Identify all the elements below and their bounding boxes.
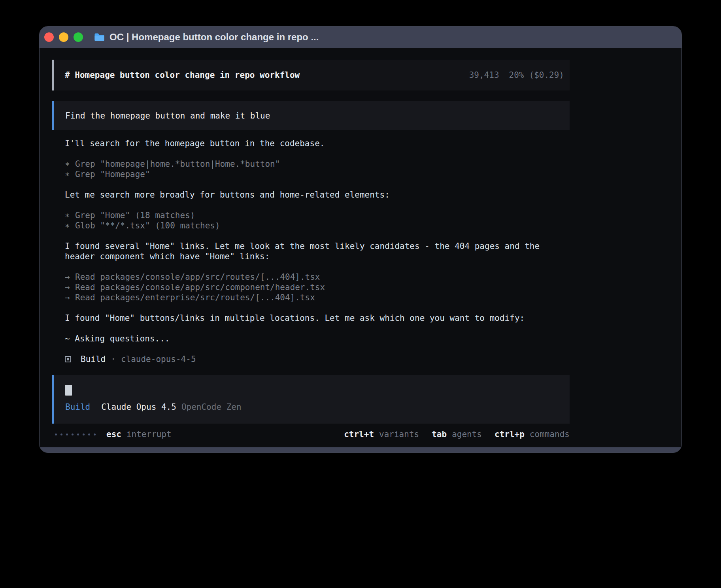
provider-label: OpenCode Zen — [181, 402, 242, 412]
tool-bullet-icon: ∗ — [65, 169, 75, 179]
tool-call-group: →Read packages/console/app/src/routes/[.… — [65, 272, 570, 303]
agents-label: agents — [452, 429, 482, 439]
tool-call-text: Read packages/console/app/src/routes/[..… — [75, 272, 320, 282]
progress-dots — [55, 433, 96, 435]
model-label[interactable]: Claude Opus 4.5 — [101, 402, 176, 412]
tool-call-group: ∗Grep "homepage|home.*button|Home.*butto… — [65, 159, 570, 179]
read-tool-call: →Read packages/enterprise/src/routes/[..… — [65, 292, 570, 303]
tool-call-text: Grep "homepage|home.*button|Home.*button… — [75, 159, 280, 169]
text-cursor — [65, 385, 72, 396]
user-message: Find the homepage button and make it blu… — [52, 101, 570, 130]
spinner-dot — [83, 433, 85, 435]
tool-bullet-icon: ∗ — [65, 210, 75, 220]
spinner-dot — [72, 433, 74, 435]
assistant-response: I'll search for the homepage button in t… — [52, 138, 570, 364]
hint-agents: tab agents — [432, 429, 482, 439]
window-titlebar[interactable]: OC | Homepage button color change in rep… — [40, 26, 681, 48]
assistant-paragraph: I found several "Home" links. Let me loo… — [65, 241, 570, 262]
read-tool-call: →Read packages/console/app/src/component… — [65, 282, 570, 292]
agent-name: Build — [81, 354, 106, 364]
terminal-content: # Homepage button color change in repo w… — [52, 48, 570, 439]
zoom-button[interactable] — [74, 32, 83, 42]
commands-label: commands — [530, 429, 570, 439]
ctrl-t-key[interactable]: ctrl+t — [344, 429, 374, 439]
hint-commands: ctrl+p commands — [495, 429, 570, 439]
grep-tool-call: ∗Grep "Homepage" — [65, 169, 570, 179]
ctrl-p-key[interactable]: ctrl+p — [495, 429, 525, 439]
tab-key[interactable]: tab — [432, 429, 447, 439]
folder-icon — [94, 33, 105, 41]
opencode-terminal-window: OC | Homepage button color change in rep… — [39, 26, 682, 453]
user-message-text: Find the homepage button and make it blu… — [65, 111, 270, 121]
spinner-dot — [88, 433, 90, 435]
grep-tool-call: ∗Grep "homepage|home.*button|Home.*butto… — [65, 159, 570, 169]
assistant-paragraph: I found "Home" buttons/links in multiple… — [65, 313, 570, 323]
session-stats: 39,413 20% ($0.29) — [469, 70, 564, 80]
build-agent-icon — [65, 356, 71, 362]
tool-call-text: Glob "**/*.tsx" (100 matches) — [75, 221, 220, 230]
tool-call-text: Grep "Homepage" — [75, 170, 150, 179]
arrow-icon: → — [65, 272, 75, 282]
tool-call-text: Read packages/enterprise/src/routes/[...… — [75, 293, 315, 302]
context-percent: 20% — [509, 70, 524, 80]
spinner-dot — [77, 433, 79, 435]
variants-label: variants — [379, 429, 419, 439]
traffic-lights — [44, 32, 83, 42]
prompt-input[interactable]: Build Claude Opus 4.5 OpenCode Zen — [52, 375, 570, 424]
status-right: ctrl+t variants tab agents ctrl+p comman… — [344, 429, 570, 439]
tool-call-text: Grep "Home" (18 matches) — [75, 211, 195, 220]
session-title: # Homepage button color change in repo w… — [65, 70, 300, 80]
assistant-paragraph: I'll search for the homepage button in t… — [65, 138, 570, 149]
window-title: OC | Homepage button color change in rep… — [109, 32, 319, 43]
token-count: 39,413 — [469, 70, 499, 80]
asking-questions-status: ~ Asking questions... — [65, 334, 570, 344]
tool-bullet-icon: ∗ — [65, 220, 75, 231]
esc-key[interactable]: esc — [106, 429, 121, 439]
assistant-paragraph: Let me search more broadly for buttons a… — [65, 190, 570, 200]
agent-model: claude-opus-4-5 — [121, 354, 196, 364]
agent-separator: · — [111, 354, 116, 364]
status-left: esc interrupt — [52, 429, 172, 439]
screen-background: OC | Homepage button color change in rep… — [0, 0, 721, 588]
input-meta-row: Build Claude Opus 4.5 OpenCode Zen — [65, 402, 559, 412]
session-cost: ($0.29) — [529, 70, 564, 80]
status-bar: esc interrupt ctrl+t variants tab agents… — [52, 429, 570, 439]
tool-call-text: Read packages/console/app/src/component/… — [75, 283, 325, 292]
agent-status-line: Build · claude-opus-4-5 — [65, 354, 570, 364]
mode-label[interactable]: Build — [65, 402, 90, 412]
grep-tool-call: ∗Grep "Home" (18 matches) — [65, 210, 570, 220]
glob-tool-call: ∗Glob "**/*.tsx" (100 matches) — [65, 220, 570, 231]
tool-call-group: ∗Grep "Home" (18 matches) ∗Glob "**/*.ts… — [65, 210, 570, 231]
arrow-icon: → — [65, 292, 75, 303]
spinner-dot — [55, 433, 57, 435]
spinner-dot — [60, 433, 62, 435]
spinner-dot — [66, 433, 68, 435]
close-button[interactable] — [44, 32, 54, 42]
hint-variants: ctrl+t variants — [344, 429, 419, 439]
session-header: # Homepage button color change in repo w… — [52, 60, 570, 90]
read-tool-call: →Read packages/console/app/src/routes/[.… — [65, 272, 570, 282]
tool-bullet-icon: ∗ — [65, 159, 75, 169]
spinner-dot — [94, 433, 96, 435]
minimize-button[interactable] — [59, 32, 68, 42]
esc-label: interrupt — [126, 429, 172, 439]
arrow-icon: → — [65, 282, 75, 292]
window-bottom-edge — [40, 447, 681, 452]
